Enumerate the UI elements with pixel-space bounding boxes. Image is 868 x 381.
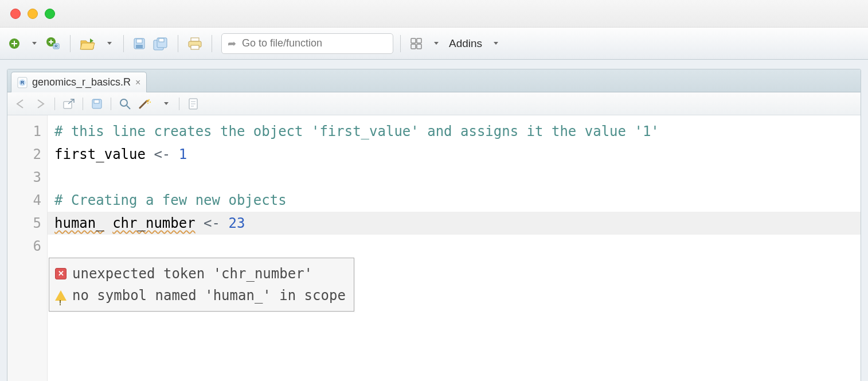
editor-panel: R genomics_r_basics.R × (7, 69, 861, 381)
line-number: 6 (7, 235, 41, 258)
separator (83, 98, 83, 110)
separator (111, 98, 111, 110)
svg-rect-17 (411, 38, 416, 43)
diagnostic-warning-text: no symbol named 'human_' in scope (72, 285, 346, 306)
find-button[interactable] (117, 96, 133, 112)
r-file-icon: R (17, 77, 28, 88)
svg-rect-26 (94, 100, 99, 103)
separator (54, 98, 55, 110)
svg-point-30 (150, 101, 151, 102)
goto-arrow-icon: ➦ (228, 37, 236, 50)
window-close-button[interactable] (10, 9, 21, 19)
svg-rect-14 (191, 38, 199, 41)
open-file-button[interactable] (77, 34, 98, 53)
svg-text:R: R (21, 80, 25, 85)
nav-forward-button[interactable] (33, 96, 49, 112)
separator (123, 35, 124, 52)
goto-file-function-field[interactable]: ➦ (221, 33, 393, 54)
addins-dropdown[interactable] (487, 34, 503, 53)
tab-close-button[interactable]: × (135, 77, 140, 88)
line-number: 3 (7, 166, 41, 189)
code-tools-dropdown[interactable] (157, 96, 173, 112)
tab-filename: genomics_r_basics.R (32, 76, 131, 88)
line-number: 1 (7, 120, 41, 143)
svg-rect-13 (159, 38, 164, 42)
line-number: ✕ 5 (7, 212, 41, 235)
svg-rect-18 (417, 38, 421, 43)
new-file-button[interactable] (6, 34, 23, 53)
code-assign-op: <- (154, 146, 170, 162)
compile-report-button[interactable] (185, 96, 201, 112)
svg-line-28 (127, 106, 130, 109)
svg-rect-5 (49, 41, 53, 42)
separator (212, 35, 212, 52)
svg-rect-10 (136, 45, 143, 48)
code-editor[interactable]: 1 2 3 4 ✕ 5 6 # this line creates the ob… (7, 115, 861, 381)
main-toolbar: R ➦ Addins (0, 28, 868, 60)
svg-rect-2 (11, 43, 17, 44)
separator (178, 35, 178, 52)
code-comment: # Creating a few new objects (54, 192, 287, 208)
svg-point-31 (147, 102, 148, 103)
svg-point-29 (148, 99, 150, 100)
warning-icon (55, 290, 67, 301)
svg-rect-20 (417, 44, 421, 49)
open-recent-dropdown[interactable] (100, 34, 116, 53)
line-number-gutter: 1 2 3 4 ✕ 5 6 (7, 115, 48, 381)
window-titlebar (0, 0, 868, 28)
line-number: 2 (7, 143, 41, 166)
code-identifier: first_value (54, 146, 146, 162)
show-in-new-window-button[interactable] (61, 96, 77, 112)
separator (400, 35, 401, 52)
line-number: 4 (7, 189, 41, 212)
save-source-button[interactable] (89, 96, 105, 112)
grid-view-dropdown[interactable] (427, 34, 443, 53)
new-file-dropdown[interactable] (25, 34, 41, 53)
svg-rect-16 (191, 45, 199, 49)
code-comment: # this line creates the object 'first_va… (54, 123, 659, 139)
svg-rect-19 (411, 44, 416, 49)
svg-point-27 (120, 99, 127, 106)
new-project-button[interactable]: R (44, 34, 63, 53)
goto-input[interactable] (242, 37, 387, 49)
print-button[interactable] (185, 34, 205, 53)
code-number: 1 (179, 146, 187, 162)
svg-rect-9 (136, 39, 142, 43)
error-icon: ✕ (55, 268, 67, 279)
separator (70, 35, 71, 52)
code-tools-button[interactable] (136, 96, 154, 112)
code-assign-op: <- (204, 215, 220, 231)
separator (179, 98, 179, 110)
grid-view-button[interactable] (408, 34, 425, 53)
nav-back-button[interactable] (13, 96, 29, 112)
editor-toolbar (7, 92, 861, 115)
addins-menu[interactable]: Addins (449, 37, 482, 50)
code-identifier-error: human_ (54, 215, 104, 231)
code-number: 23 (228, 215, 245, 231)
svg-text:R: R (54, 44, 58, 49)
save-button[interactable] (131, 34, 148, 53)
tab-bar: R genomics_r_basics.R × (7, 69, 861, 92)
code-identifier-error: chr_number (112, 215, 196, 231)
window-zoom-button[interactable] (45, 9, 55, 19)
file-tab[interactable]: R genomics_r_basics.R × (11, 72, 147, 92)
save-all-button[interactable] (150, 34, 171, 53)
code-content[interactable]: # this line creates the object 'first_va… (48, 115, 861, 381)
diagnostic-tooltip: ✕ unexpected token 'chr_number' no symbo… (49, 258, 354, 312)
diagnostic-error-text: unexpected token 'chr_number' (72, 263, 312, 285)
window-minimize-button[interactable] (28, 9, 38, 19)
